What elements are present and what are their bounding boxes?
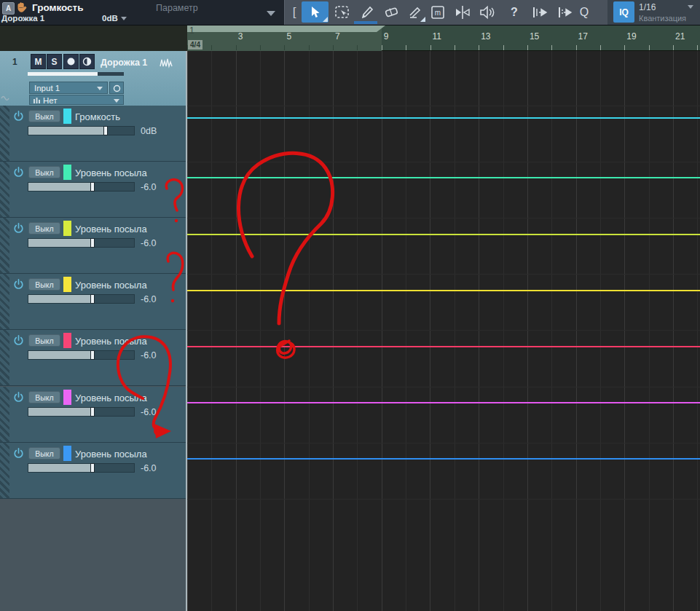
panel-divider[interactable]: [186, 51, 187, 611]
ruler-tick: [455, 45, 455, 50]
lane-read-button[interactable]: Выкл: [28, 110, 60, 122]
slider-handle[interactable]: [90, 294, 95, 304]
trim-tool-button[interactable]: [450, 1, 474, 23]
slider-handle[interactable]: [90, 238, 95, 248]
slider-handle[interactable]: [103, 126, 108, 135]
slider-handle[interactable]: [90, 182, 95, 192]
iq-button[interactable]: IQ: [613, 1, 634, 23]
track-header[interactable]: 1 M S Дорожка 1 Input 1: [0, 51, 187, 106]
tool-variant-fold-icon: [323, 17, 328, 22]
lane-value-slider[interactable]: [28, 463, 135, 473]
help-button[interactable]: ?: [506, 1, 523, 23]
quantize-zone: IQ 1/16 Квантизация: [607, 0, 700, 25]
ruler-bar-number: 13: [481, 31, 490, 42]
lane-read-button[interactable]: Выкл: [28, 447, 60, 460]
audition-tool-button[interactable]: [475, 1, 499, 23]
ruler-tick: [260, 45, 261, 50]
automation-lane[interactable]: Выкл Громкость 0dB: [0, 106, 187, 162]
snap-to-zero-left-button[interactable]: [528, 1, 551, 23]
lane-hatch-strip: [0, 274, 9, 329]
snap-right-icon: [555, 6, 573, 19]
automation-value-line[interactable]: [187, 458, 700, 460]
parameter-value-dropdown[interactable]: 0dB: [102, 14, 118, 23]
parameter-dropdown-caret-icon[interactable]: [267, 11, 275, 16]
slider-fill: [28, 351, 93, 359]
range-tool-button[interactable]: [: [289, 1, 299, 23]
line-tool-button[interactable]: [404, 1, 426, 23]
draw-tool-button[interactable]: [355, 1, 378, 23]
lane-read-button[interactable]: Выкл: [28, 222, 60, 234]
lane-value-slider[interactable]: [28, 238, 135, 248]
ruler-tick: [673, 45, 674, 50]
automation-lane[interactable]: Выкл Уровень посыла -6.0: [0, 274, 187, 330]
pencil-icon: [360, 5, 374, 20]
lane-boundary: [187, 330, 700, 331]
automation-lane[interactable]: Выкл Уровень посыла -6.0: [0, 218, 187, 274]
automation-value-line[interactable]: [187, 402, 700, 403]
timeline-ruler[interactable]: 4/4 13579111315171921: [187, 25, 700, 51]
lane-power-icon[interactable]: [12, 278, 25, 291]
lane-value-slider[interactable]: [28, 182, 135, 192]
quantize-q-button[interactable]: Q: [575, 1, 593, 23]
automation-value-line[interactable]: [187, 346, 700, 347]
automation-value-line[interactable]: [187, 234, 700, 235]
lane-power-icon[interactable]: [12, 447, 25, 460]
automation-lane[interactable]: Выкл Уровень посыла -6.0: [0, 162, 187, 218]
lane-read-button[interactable]: Выкл: [28, 278, 60, 291]
lane-read-button[interactable]: Выкл: [28, 334, 60, 347]
arrow-tool-button[interactable]: [302, 1, 329, 23]
lane-boundary: [187, 443, 700, 444]
arrow-cursor-icon: [310, 6, 321, 19]
slider-handle[interactable]: [90, 350, 95, 360]
lane-read-button[interactable]: Выкл: [28, 391, 60, 403]
lane-value-slider[interactable]: [28, 294, 135, 304]
snap-to-zero-right-button[interactable]: [552, 1, 575, 23]
lane-read-button[interactable]: Выкл: [28, 166, 60, 178]
slider-handle[interactable]: [90, 463, 95, 473]
automation-value-line[interactable]: [187, 290, 700, 291]
output-routing-dropdown[interactable]: Нет: [29, 95, 124, 105]
automation-canvas[interactable]: [187, 51, 700, 611]
mute-square-icon: m: [430, 5, 445, 20]
quantize-caret-icon[interactable]: [688, 5, 693, 9]
tool-variant-fold-icon: [420, 17, 425, 22]
track-volume-slider[interactable]: [28, 72, 124, 76]
automation-lane[interactable]: Выкл Уровень посыла -6.0: [0, 330, 187, 386]
lane-power-icon[interactable]: [12, 166, 25, 178]
speaker-icon: [479, 5, 496, 20]
lane-power-icon[interactable]: [12, 334, 25, 347]
ruler-tick: [284, 45, 285, 50]
solo-button[interactable]: S: [47, 54, 62, 69]
record-arm-button[interactable]: [63, 54, 79, 69]
object-selection-tool-button[interactable]: [331, 1, 353, 23]
automation-value-line[interactable]: [187, 177, 700, 178]
mute-tool-button[interactable]: m: [428, 1, 448, 23]
marquee-selection-icon: [334, 5, 350, 20]
lane-value: -6.0: [141, 350, 157, 360]
monitor-button[interactable]: [79, 54, 95, 69]
input-routing-dropdown[interactable]: Input 1: [29, 82, 108, 94]
lane-value-slider[interactable]: [28, 407, 135, 417]
track-name[interactable]: Дорожка 1: [101, 58, 147, 68]
time-signature-badge: 4/4: [188, 40, 202, 50]
lane-power-icon[interactable]: [12, 391, 25, 403]
ruler-tick: [600, 45, 601, 50]
ruler-tick: [309, 45, 310, 50]
automation-lane[interactable]: Выкл Уровень посыла -6.0: [0, 443, 187, 499]
output-caret-icon: [114, 99, 119, 103]
mute-button[interactable]: M: [31, 54, 46, 69]
fold-automation-icon[interactable]: [1, 95, 9, 102]
input-monitor-button[interactable]: [109, 82, 124, 94]
lane-value-slider[interactable]: [28, 350, 135, 360]
ruler-bar-number: 19: [626, 31, 636, 42]
slider-handle[interactable]: [90, 407, 95, 417]
automation-mode-badge[interactable]: A: [2, 2, 15, 15]
lane-power-icon[interactable]: [12, 222, 25, 234]
lane-value-slider[interactable]: [28, 126, 135, 135]
automation-value-line[interactable]: [187, 117, 700, 119]
erase-tool-button[interactable]: [380, 1, 402, 23]
lane-color-swatch: [63, 390, 71, 405]
quantize-value-dropdown[interactable]: 1/16: [639, 2, 656, 12]
lane-power-icon[interactable]: [12, 110, 25, 122]
automation-lane[interactable]: Выкл Уровень посыла -6.0: [0, 387, 187, 443]
